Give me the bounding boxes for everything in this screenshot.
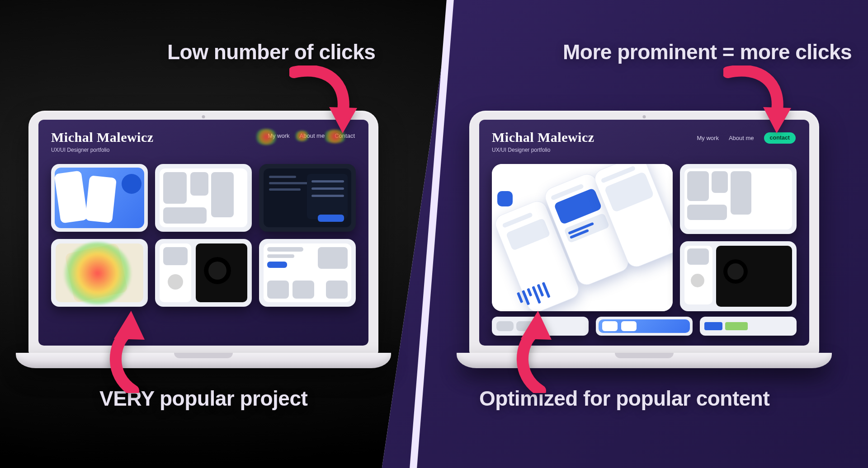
project-tile[interactable] [680, 241, 797, 311]
arrow-down-icon [289, 66, 362, 142]
portfolio-grid-optimized [492, 164, 797, 311]
camera-dot-icon [643, 115, 646, 118]
project-tile[interactable] [51, 164, 148, 232]
annotation-more-prominent: More prominent = more clicks [563, 40, 852, 64]
arrow-down-icon [723, 66, 796, 142]
project-tile[interactable] [596, 317, 693, 336]
project-tile-featured[interactable] [492, 164, 673, 311]
portfolio-screen-before: Michal Malewicz UX/UI Designer portfolio… [38, 120, 368, 346]
project-tile[interactable] [259, 164, 356, 232]
project-tile-popular[interactable] [51, 239, 148, 307]
arrow-up-icon [99, 307, 167, 393]
project-tile[interactable] [155, 164, 252, 232]
portfolio-tagline: UX/UI Designer portfolio [51, 147, 356, 153]
nav-my-work[interactable]: My work [268, 132, 289, 139]
portfolio-grid [51, 164, 356, 307]
project-tile[interactable] [700, 317, 797, 336]
project-tile[interactable] [259, 239, 356, 307]
arrow-up-icon [506, 307, 574, 393]
laptop-base [16, 353, 391, 368]
nav-my-work[interactable]: My work [697, 135, 719, 141]
project-tile[interactable] [155, 239, 252, 307]
annotation-low-clicks: Low number of clicks [167, 40, 375, 64]
camera-dot-icon [202, 115, 205, 118]
portfolio-tagline: UX/UI Designer portfolio [492, 147, 797, 153]
project-tile[interactable] [680, 164, 797, 234]
laptop-before: Michal Malewicz UX/UI Designer portfolio… [16, 111, 391, 368]
